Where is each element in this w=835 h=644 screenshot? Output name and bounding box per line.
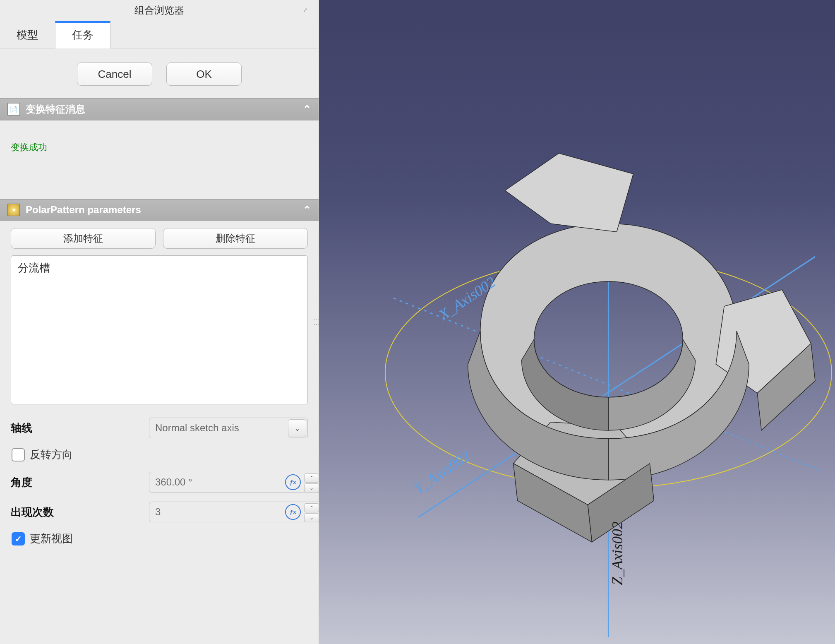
panel-title-bar: 组合浏览器 ⤢ <box>0 0 319 21</box>
dialog-buttons: Cancel OK <box>0 48 319 98</box>
tab-task[interactable]: 任务 <box>55 21 110 48</box>
cancel-button[interactable]: Cancel <box>77 62 152 86</box>
messages-header[interactable]: 📄 变换特征消息 ⌃ <box>0 98 319 120</box>
messages-body: 变换成功 <box>0 120 319 199</box>
tabs: 模型 任务 <box>0 21 319 48</box>
undock-icon[interactable]: ⤢ <box>300 4 311 16</box>
spin-down-icon[interactable]: ⌄ <box>304 483 319 493</box>
add-feature-button[interactable]: 添加特征 <box>11 228 156 249</box>
spin-up-icon[interactable]: ⌃ <box>304 473 319 483</box>
polarpattern-icon: ✦ <box>7 204 20 216</box>
occurrences-spinbox[interactable]: ƒx ⌃ ⌄ <box>149 502 321 522</box>
note-icon: 📄 <box>7 103 20 115</box>
chevron-up-icon: ⌃ <box>303 103 311 115</box>
polar-pattern-part <box>468 153 815 542</box>
3d-viewport[interactable]: X_Axis002 Y_Axis002 Z_Axis002 <box>319 0 835 644</box>
messages-title: 变换特征消息 <box>26 103 85 116</box>
spin-up-icon[interactable]: ⌃ <box>304 503 319 512</box>
angle-label: 角度 <box>11 475 143 490</box>
remove-feature-button[interactable]: 删除特征 <box>163 228 308 249</box>
params-body: 添加特征 删除特征 分流槽 轴线 ⌄ 反转方向 角度 <box>0 221 319 566</box>
occurrences-label: 出现次数 <box>11 505 143 519</box>
spin-down-icon[interactable]: ⌄ <box>304 513 319 522</box>
transform-success-text: 变换成功 <box>11 142 47 152</box>
params-header[interactable]: ✦ PolarPattern parameters ⌃ <box>0 199 319 221</box>
viewport-scene <box>319 0 835 644</box>
expression-icon[interactable]: ƒx <box>285 474 301 490</box>
chevron-down-icon[interactable]: ⌄ <box>288 419 306 437</box>
list-item[interactable]: 分流槽 <box>18 261 301 275</box>
tab-model[interactable]: 模型 <box>0 21 55 48</box>
update-view-label: 更新视图 <box>30 531 73 546</box>
chevron-up-icon: ⌃ <box>303 204 311 216</box>
expression-icon[interactable]: ƒx <box>285 504 301 520</box>
feature-listbox[interactable]: 分流槽 <box>11 255 308 404</box>
axis-select[interactable]: ⌄ <box>149 418 308 438</box>
combo-view-panel: 组合浏览器 ⤢ 模型 任务 Cancel OK 📄 变换特征消息 ⌃ 变换成功 … <box>0 0 319 644</box>
panel-title: 组合浏览器 <box>134 4 184 17</box>
reverse-label: 反转方向 <box>30 447 73 462</box>
ok-button[interactable]: OK <box>166 62 242 86</box>
angle-spinbox[interactable]: ƒx ⌃ ⌄ <box>149 472 321 493</box>
axis-value[interactable] <box>149 418 308 438</box>
update-view-checkbox[interactable]: ✓ <box>12 532 25 545</box>
axis-label: 轴线 <box>11 421 143 435</box>
splitter-handle[interactable]: ⋮⋮ <box>314 317 319 327</box>
params-title: PolarPattern parameters <box>26 204 141 216</box>
reverse-checkbox[interactable] <box>12 448 25 461</box>
